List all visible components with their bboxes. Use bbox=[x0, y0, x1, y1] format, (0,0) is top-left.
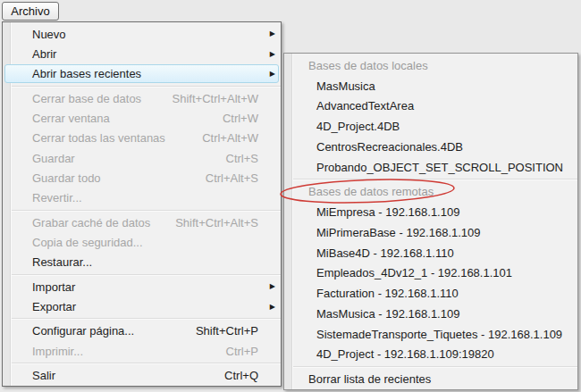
menu-item-label: Facturation - 192.168.1.110 bbox=[316, 287, 568, 300]
menu-item-label: MiEmpresa - 192.168.1.109 bbox=[316, 205, 568, 219]
menu-item-label: AdvancedTextArea bbox=[316, 99, 568, 113]
menu-item-grabar-cach-de-datos: Grabar caché de datosShift+Ctrl+Alt+S bbox=[3, 213, 281, 232]
menu-item-cerrar-base-de-datos: Cerrar base de datosShift+Ctrl+Alt+W bbox=[3, 88, 281, 108]
submenu-arrow-icon: ▶ bbox=[264, 30, 275, 38]
menu-separator bbox=[12, 86, 281, 88]
menu-item-advancedtextarea[interactable]: AdvancedTextArea bbox=[284, 96, 577, 117]
menu-item-label: Cerrar ventana bbox=[32, 112, 223, 125]
menu-item-guardar-todo: Guardar todoCtrl+Alt+S bbox=[3, 168, 281, 188]
menu-item-label: Bases de datos locales bbox=[308, 59, 568, 72]
menu-item-label: Guardar bbox=[32, 152, 226, 165]
shortcut-label: Shift+Ctrl+Alt+W bbox=[173, 92, 264, 105]
menu-item-centrosrecreacionales-4db[interactable]: CentrosRecreacionales.4DB bbox=[284, 137, 577, 157]
menu-item-4d-project-192-168-1-109-19820[interactable]: 4D_Project - 192.168.1.109:19820 bbox=[284, 345, 577, 365]
submenu-section-header-bases-de-datos-locales: Bases de datos locales bbox=[284, 55, 577, 76]
shortcut-label: Ctrl+P bbox=[226, 345, 264, 358]
menu-item-label: CentrosRecreacionales.4DB bbox=[316, 140, 568, 154]
shortcut-label: Ctrl+Q bbox=[224, 369, 264, 382]
menu-item-label: Exportar bbox=[32, 300, 264, 313]
recent-databases-rows: Bases de datos localesMasMusicaAdvancedT… bbox=[284, 54, 577, 391]
menu-item-sistemadetransporte-tiquetes-192-168-1-109[interactable]: SistemadeTransporte_Tiquetes - 192.168.1… bbox=[284, 324, 577, 345]
menu-item-label: Abrir bbox=[32, 47, 264, 61]
menu-item-probando-object-set-scroll-position[interactable]: Probando_OBJECT_SET_SCROLL_POSITION bbox=[284, 157, 577, 178]
menu-item-copia-de-seguridad: Copia de seguridad... bbox=[3, 232, 281, 252]
submenu-arrow-icon: ▶ bbox=[264, 71, 275, 78]
menu-item-label: Nuevo bbox=[32, 28, 264, 41]
menu-item-label: Copia de seguridad... bbox=[32, 236, 264, 249]
menu-item-importar[interactable]: Importar▶ bbox=[3, 277, 281, 296]
menu-item-label: 4D_Project.4DB bbox=[316, 120, 568, 133]
menu-separator bbox=[293, 179, 577, 180]
menu-item-salir[interactable]: SalirCtrl+Q bbox=[3, 366, 281, 386]
menu-item-label: Salir bbox=[32, 369, 224, 382]
menu-separator bbox=[293, 366, 577, 368]
menu-item-4d-project-4db[interactable]: 4D_Project.4DB bbox=[284, 116, 577, 137]
menu-item-label: 4D_Project - 192.168.1.109:19820 bbox=[316, 347, 568, 361]
menu-item-label: MiBase4D - 192.168.1.110 bbox=[316, 246, 568, 260]
menu-item-label: Configurar página... bbox=[32, 324, 196, 338]
menu-item-guardar: GuardarCtrl+S bbox=[3, 148, 281, 168]
menu-item-cerrar-ventana: Cerrar ventanaCtrl+W bbox=[3, 108, 281, 128]
menu-item-label: Probando_OBJECT_SET_SCROLL_POSITION bbox=[316, 161, 568, 174]
menu-item-label: Borrar lista de recientes bbox=[308, 372, 568, 386]
file-menu: Nuevo▶Abrir▶Abrir bases recientes▶Cerrar… bbox=[2, 21, 282, 387]
menu-item-label: MasMusica - 192.168.1.109 bbox=[316, 307, 568, 321]
menu-item-facturation-192-168-1-110[interactable]: Facturation - 192.168.1.110 bbox=[284, 283, 577, 304]
menu-item-label: Revertir... bbox=[32, 191, 264, 204]
menu-separator bbox=[12, 318, 281, 320]
menu-item-nuevo[interactable]: Nuevo▶ bbox=[3, 24, 281, 44]
menu-item-cerrar-todas-las-ventanas: Cerrar todas las ventanasCtrl+Alt+W bbox=[3, 129, 281, 148]
menu-item-label: Guardar todo bbox=[32, 171, 206, 185]
menu-item-miempresa-192-168-1-109[interactable]: MiEmpresa - 192.168.1.109 bbox=[284, 202, 577, 222]
submenu-section-header-bases-de-datos-remotas: Bases de datos remotas bbox=[284, 182, 577, 203]
shortcut-label: Ctrl+S bbox=[226, 152, 264, 165]
menu-item-abrir-bases-recientes[interactable]: Abrir bases recientes▶ bbox=[3, 64, 281, 84]
shortcut-label: Ctrl+W bbox=[223, 112, 264, 125]
menu-item-label: MiPrimeraBase - 192.168.1.109 bbox=[316, 226, 568, 239]
menu-separator bbox=[12, 274, 281, 276]
menu-item-label: SistemadeTransporte_Tiquetes - 192.168.1… bbox=[316, 328, 568, 341]
menu-item-label: Empleados_4Dv12_1 - 192.168.1.101 bbox=[316, 266, 568, 279]
menu-item-masmusica[interactable]: MasMusica bbox=[284, 76, 577, 96]
submenu-arrow-icon: ▶ bbox=[264, 283, 275, 290]
menu-item-label: MasMusica bbox=[316, 79, 568, 93]
menu-item-label: Abrir bases recientes bbox=[32, 67, 264, 80]
submenu-arrow-icon: ▶ bbox=[264, 304, 275, 311]
menu-item-empleados-4dv12-1-192-168-1-101[interactable]: Empleados_4Dv12_1 - 192.168.1.101 bbox=[284, 263, 577, 284]
shortcut-label: Shift+Ctrl+Alt+S bbox=[175, 216, 264, 229]
shortcut-label: Ctrl+Alt+W bbox=[202, 131, 264, 145]
menu-item-revertir: Revertir... bbox=[3, 188, 281, 208]
menubar-archivo-button[interactable]: Archivo bbox=[2, 2, 59, 21]
menu-item-imprimir: Imprimir...Ctrl+P bbox=[3, 341, 281, 361]
recent-databases-submenu: Bases de datos localesMasMusicaAdvancedT… bbox=[283, 53, 578, 390]
menu-item-label: Bases de datos remotas bbox=[308, 185, 568, 198]
menu-separator bbox=[12, 363, 281, 364]
menu-item-label: Cerrar base de datos bbox=[32, 92, 173, 105]
menu-item-label: Grabar caché de datos bbox=[32, 216, 175, 229]
shortcut-label: Shift+Ctrl+P bbox=[196, 324, 264, 338]
menu-item-exportar[interactable]: Exportar▶ bbox=[3, 296, 281, 316]
screen: Archivo Nuevo▶Abrir▶Abrir bases reciente… bbox=[0, 0, 581, 392]
menu-item-masmusica-192-168-1-109[interactable]: MasMusica - 192.168.1.109 bbox=[284, 304, 577, 324]
file-menu-rows: Nuevo▶Abrir▶Abrir bases recientes▶Cerrar… bbox=[3, 22, 281, 388]
menu-item-label: Restaurar... bbox=[32, 255, 264, 269]
menu-item-label: Cerrar todas las ventanas bbox=[32, 131, 202, 145]
menu-item-restaurar[interactable]: Restaurar... bbox=[3, 253, 281, 272]
menu-separator bbox=[12, 210, 281, 212]
menu-item-abrir[interactable]: Abrir▶ bbox=[3, 44, 281, 63]
menu-item-configurar-p-gina[interactable]: Configurar página...Shift+Ctrl+P bbox=[3, 321, 281, 341]
menu-item-miprimerabase-192-168-1-109[interactable]: MiPrimeraBase - 192.168.1.109 bbox=[284, 222, 577, 243]
submenu-arrow-icon: ▶ bbox=[264, 51, 275, 58]
menu-item-label: Importar bbox=[32, 280, 264, 294]
menu-item-label: Imprimir... bbox=[32, 345, 226, 358]
menu-item-borrar-lista-de-recientes[interactable]: Borrar lista de recientes bbox=[284, 369, 577, 389]
shortcut-label: Ctrl+Alt+S bbox=[206, 171, 264, 185]
menu-item-mibase4d-192-168-1-110[interactable]: MiBase4D - 192.168.1.110 bbox=[284, 243, 577, 263]
